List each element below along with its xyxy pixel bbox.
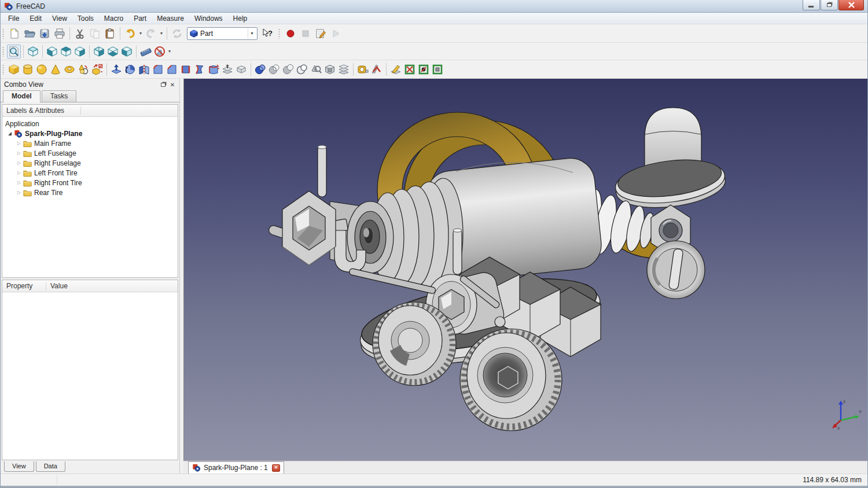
- tab-data[interactable]: Data: [36, 461, 65, 472]
- menu-tools[interactable]: Tools: [72, 13, 99, 24]
- model-nose-hex[interactable]: [268, 191, 336, 265]
- file-open-button[interactable]: [22, 26, 37, 41]
- part-mirror-button[interactable]: [137, 63, 151, 76]
- part-revolve-button[interactable]: [123, 63, 137, 76]
- property-list[interactable]: [2, 292, 178, 460]
- view-front-button[interactable]: [45, 45, 59, 58]
- model-left-wheel[interactable]: [373, 302, 456, 386]
- boolean-union-button[interactable]: [253, 63, 267, 76]
- model-right-wheel[interactable]: [460, 329, 562, 431]
- measure-angular-button[interactable]: [370, 63, 384, 76]
- tree-item[interactable]: ▷ Left Front Tire: [2, 168, 178, 178]
- fit-all-button[interactable]: [7, 45, 21, 58]
- tab-model[interactable]: Model: [3, 90, 41, 102]
- caret-collapsed-icon[interactable]: ▷: [16, 190, 22, 195]
- tree-item[interactable]: ▷ Rear Tire: [2, 188, 178, 197]
- view-bottom-button[interactable]: [106, 45, 120, 58]
- boolean-operation-button[interactable]: [323, 63, 337, 76]
- part-shape-builder-button[interactable]: [90, 63, 104, 76]
- document-tab[interactable]: Spark-Plug-Plane : 1 ✕: [188, 461, 284, 474]
- part-cone-button[interactable]: [49, 63, 62, 76]
- measure-toggle-all-button[interactable]: [417, 63, 431, 76]
- menu-macro[interactable]: Macro: [99, 13, 128, 24]
- part-loft-button[interactable]: [207, 63, 220, 76]
- view-left-button[interactable]: [120, 45, 134, 58]
- cut-button[interactable]: [72, 26, 87, 41]
- document-tab-close-icon[interactable]: ✕: [272, 464, 280, 472]
- caret-collapsed-icon[interactable]: ▷: [16, 170, 22, 175]
- part-thickness-button[interactable]: [234, 63, 248, 76]
- cross-sections-button[interactable]: [337, 63, 351, 76]
- undo-button[interactable]: [123, 26, 138, 41]
- restore-button[interactable]: [821, 0, 838, 10]
- tree-item[interactable]: ▷ Right Front Tire: [2, 178, 178, 188]
- panel-close-button[interactable]: ✕: [168, 80, 177, 89]
- undo-dropdown[interactable]: ▼: [138, 27, 144, 41]
- menu-edit[interactable]: Edit: [24, 13, 47, 24]
- tree-item[interactable]: ▷ Main Frame: [2, 138, 178, 148]
- boolean-cut-button[interactable]: [281, 63, 295, 76]
- clear-measurement-dropdown[interactable]: ▼: [167, 45, 172, 58]
- part-offset-button[interactable]: [220, 63, 234, 76]
- 3d-model-spark-plug-plane[interactable]: [184, 79, 867, 461]
- file-save-button[interactable]: [37, 26, 52, 41]
- tree-item[interactable]: ▷ Left Fuselage: [2, 148, 178, 158]
- menu-measure[interactable]: Measure: [152, 13, 189, 24]
- model-rear-wheel[interactable]: [647, 241, 705, 299]
- measure-clear-all-button[interactable]: [403, 63, 417, 76]
- menu-windows[interactable]: Windows: [189, 13, 228, 24]
- measure-linear-button[interactable]: [356, 63, 370, 76]
- panel-float-button[interactable]: [159, 80, 168, 89]
- view-right-button[interactable]: [73, 45, 87, 58]
- view-axonometric-button[interactable]: [26, 45, 40, 58]
- 3d-viewport[interactable]: z Y x: [183, 79, 867, 461]
- redo-button[interactable]: [144, 26, 159, 41]
- boolean-common-button[interactable]: [267, 63, 281, 76]
- copy-button[interactable]: [87, 26, 102, 41]
- view-top-button[interactable]: [59, 45, 73, 58]
- caret-expanded-icon[interactable]: [8, 132, 12, 135]
- tree-item-document[interactable]: Spark-Plug-Plane: [2, 129, 178, 138]
- close-button[interactable]: [838, 0, 864, 10]
- boolean-section-button[interactable]: [295, 63, 309, 76]
- macro-edit-button[interactable]: [313, 26, 328, 41]
- part-extrude-button[interactable]: [109, 63, 123, 76]
- titlebar[interactable]: FreeCAD: [1, 0, 867, 13]
- part-chamfer-button[interactable]: [165, 63, 179, 76]
- menu-file[interactable]: File: [3, 13, 24, 24]
- caret-collapsed-icon[interactable]: ▷: [16, 141, 22, 146]
- check-geometry-button[interactable]: [309, 63, 323, 76]
- caret-collapsed-icon[interactable]: ▷: [16, 151, 22, 156]
- whats-this-button[interactable]: ?: [260, 26, 275, 41]
- tab-tasks[interactable]: Tasks: [42, 90, 77, 102]
- tree-item[interactable]: ▷ Right Fuselage: [2, 158, 178, 168]
- redo-dropdown[interactable]: ▼: [159, 27, 164, 41]
- view-rear-button[interactable]: [92, 45, 106, 58]
- part-cylinder-button[interactable]: [21, 63, 35, 76]
- print-button[interactable]: [52, 26, 67, 41]
- menu-part[interactable]: Part: [128, 13, 152, 24]
- workbench-selector[interactable]: Part ▼: [187, 27, 258, 40]
- macro-execute-button[interactable]: [328, 26, 343, 41]
- caret-collapsed-icon[interactable]: ▷: [16, 180, 22, 185]
- menu-view[interactable]: View: [47, 13, 72, 24]
- paste-button[interactable]: [102, 26, 117, 41]
- tab-view[interactable]: View: [4, 461, 34, 472]
- part-ruled-surface-button[interactable]: [193, 63, 207, 76]
- measure-refresh-button[interactable]: [389, 63, 403, 76]
- part-sphere-button[interactable]: [35, 63, 49, 76]
- part-fillet-button[interactable]: [151, 63, 165, 76]
- menu-help[interactable]: Help: [228, 13, 253, 24]
- part-box-button[interactable]: [7, 63, 21, 76]
- part-create-primitives-button[interactable]: [76, 63, 90, 76]
- part-torus-button[interactable]: [62, 63, 76, 76]
- macro-stop-button[interactable]: [298, 26, 313, 41]
- file-new-button[interactable]: [7, 26, 22, 41]
- measure-toggle-delta-button[interactable]: [431, 63, 444, 76]
- measure-distance-button[interactable]: [139, 45, 153, 58]
- part-make-face-button[interactable]: [179, 63, 193, 76]
- minimize-button[interactable]: [803, 0, 820, 10]
- refresh-button[interactable]: [170, 26, 185, 41]
- caret-collapsed-icon[interactable]: ▷: [16, 160, 22, 166]
- macro-record-button[interactable]: [283, 26, 298, 41]
